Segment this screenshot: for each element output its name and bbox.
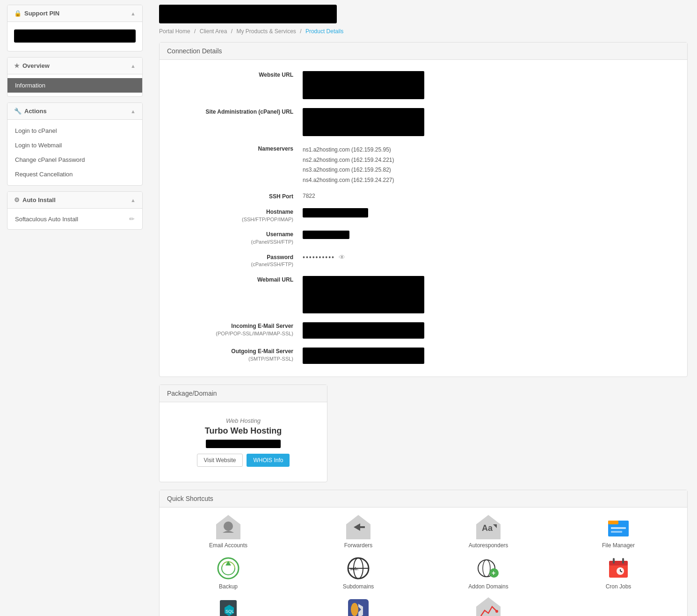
username-label: Username (266, 231, 293, 238)
actions-label: Actions (24, 108, 47, 115)
shortcut-mysql-databases[interactable]: SQL MySQL Databases (167, 597, 290, 616)
shortcut-backup[interactable]: Backup (167, 556, 290, 590)
table-row: SSH Port 7822 (167, 189, 680, 204)
table-row: Nameservers ns1.a2hosting.com (162.159.2… (167, 141, 680, 189)
addon-domains-label: Addon Domains (468, 583, 508, 590)
table-row: Webmail URL (167, 272, 680, 319)
package-type: Web Hosting (174, 417, 312, 424)
table-row: Hostname (SSH/FTP/POP/IMAP) (167, 204, 680, 227)
eye-icon[interactable]: 👁 (339, 254, 345, 261)
site-admin-url-value (303, 108, 424, 136)
mysql-icon: SQL (216, 597, 240, 616)
shortcut-file-manager[interactable]: File Manager (557, 515, 680, 549)
chevron-up-icon: ▲ (131, 11, 136, 16)
shortcut-autoresponders[interactable]: Aa Autoresponders (427, 515, 550, 549)
lock-icon: 🔒 (14, 10, 22, 17)
shortcut-cron-jobs[interactable]: Cron Jobs (557, 556, 680, 590)
svg-rect-24 (609, 561, 628, 565)
sidebar-item-information[interactable]: Information (7, 78, 142, 93)
package-name: Turbo Web Hosting (174, 426, 312, 436)
sidebar: 🔒Support PIN ▲ ★Overview ▲ Information 🔧… (0, 0, 150, 616)
svg-rect-26 (622, 558, 624, 564)
file-manager-icon (606, 515, 631, 539)
shortcut-phpmyadmin[interactable]: phpMyAdmin (297, 597, 420, 616)
main-content: Portal Home / Client Area / My Products … (150, 0, 697, 616)
shortcut-forwarders[interactable]: Forwarders (297, 515, 420, 549)
backup-icon (216, 556, 240, 580)
support-pin-header: 🔒Support PIN ▲ (7, 5, 142, 22)
overview-header: ★Overview ▲ (7, 58, 142, 74)
cron-jobs-icon (606, 556, 631, 580)
package-domain-card: Package/Domain Web Hosting Turbo Web Hos… (159, 384, 327, 482)
file-manager-label: File Manager (602, 542, 635, 549)
table-row: Username (cPanel/SSH/FTP) (167, 227, 680, 249)
package-domain-header: Package/Domain (160, 385, 327, 402)
svg-rect-25 (613, 558, 615, 564)
table-row: Outgoing E-Mail Server (SMTP/SMTP-SSL) (167, 344, 680, 369)
overview-section: ★Overview ▲ Information (7, 57, 143, 97)
overview-label: Overview (22, 62, 50, 69)
quick-shortcuts-card: Quick Shortcuts Email Accounts Forwarder… (159, 490, 688, 616)
nameservers-label: Nameservers (167, 141, 298, 189)
table-row: Website URL (167, 67, 680, 104)
svg-point-1 (224, 522, 233, 531)
shortcut-awstats[interactable]: Awstats (427, 597, 550, 616)
email-accounts-icon (216, 515, 240, 539)
incoming-email-value (303, 322, 424, 339)
svg-rect-9 (611, 527, 626, 529)
actions-header: 🔧Actions ▲ (7, 103, 142, 120)
svg-point-20 (483, 560, 490, 577)
subdomains-icon: sub. (346, 556, 370, 580)
table-row: Incoming E-Mail Server (POP/POP-SSL/IMAP… (167, 319, 680, 344)
chevron-up-icon-3: ▲ (131, 109, 136, 114)
gear-icon: ⚙ (14, 196, 20, 203)
svg-text:+: + (492, 569, 495, 577)
svg-point-37 (495, 610, 498, 613)
breadcrumb-product-details[interactable]: Product Details (305, 28, 343, 35)
breadcrumb-client-area[interactable]: Client Area (200, 28, 227, 35)
page-title-bar (159, 5, 337, 23)
table-row: Site Administration (cPanel) URL (167, 104, 680, 141)
shortcut-email-accounts[interactable]: Email Accounts (167, 515, 290, 549)
breadcrumb-portal-home[interactable]: Portal Home (159, 28, 190, 35)
subdomains-label: Subdomains (343, 583, 374, 590)
svg-text:sub.: sub. (350, 566, 359, 571)
addon-domains-icon: + (476, 556, 501, 580)
autoresponders-icon: Aa (476, 515, 501, 539)
hostname-sub: (SSH/FTP/POP/IMAP) (172, 216, 293, 223)
domain-value (206, 440, 281, 448)
svg-text:SQL: SQL (225, 609, 234, 614)
hostname-value (303, 208, 368, 217)
incoming-email-label: Incoming E-Mail Server (231, 323, 293, 329)
username-sub: (cPanel/SSH/FTP) (172, 239, 293, 246)
sidebar-item-softaculous[interactable]: Softaculous Auto Install (15, 216, 78, 223)
email-accounts-label: Email Accounts (209, 542, 247, 549)
password-dots: •••••••••• (303, 254, 335, 261)
table-row: Password (cPanel/SSH/FTP) •••••••••• 👁 (167, 250, 680, 272)
svg-rect-8 (608, 521, 618, 524)
hostname-label: Hostname (266, 209, 293, 215)
website-url-label: Website URL (167, 67, 298, 104)
sidebar-item-change-password[interactable]: Change cPanel Password (7, 152, 142, 167)
site-admin-label: Site Administration (cPanel) URL (167, 104, 298, 141)
sidebar-item-request-cancellation[interactable]: Request Cancellation (7, 167, 142, 181)
whois-info-button[interactable]: WHOIS Info (247, 454, 290, 467)
edit-icon[interactable]: ✏ (129, 215, 135, 223)
auto-install-label: Auto Install (22, 196, 56, 203)
shortcut-subdomains[interactable]: sub. Subdomains (297, 556, 420, 590)
forwarders-label: Forwarders (344, 542, 373, 549)
svg-rect-10 (611, 531, 622, 533)
chevron-up-icon-4: ▲ (131, 197, 136, 203)
breadcrumb-my-products[interactable]: My Products & Services (236, 28, 296, 35)
shortcut-addon-domains[interactable]: + Addon Domains (427, 556, 550, 590)
star-icon: ★ (14, 62, 20, 69)
phpmyadmin-icon (346, 597, 370, 616)
sidebar-item-login-cpanel[interactable]: Login to cPanel (7, 123, 142, 138)
forwarders-icon (346, 515, 370, 539)
visit-website-button[interactable]: Visit Website (197, 454, 243, 467)
outgoing-email-sub: (SMTP/SMTP-SSL) (172, 355, 293, 362)
sidebar-item-login-webmail[interactable]: Login to Webmail (7, 138, 142, 152)
outgoing-email-label: Outgoing E-Mail Server (231, 348, 293, 355)
connection-details-header: Connection Details (160, 43, 687, 60)
ssh-port-label: SSH Port (167, 189, 298, 204)
